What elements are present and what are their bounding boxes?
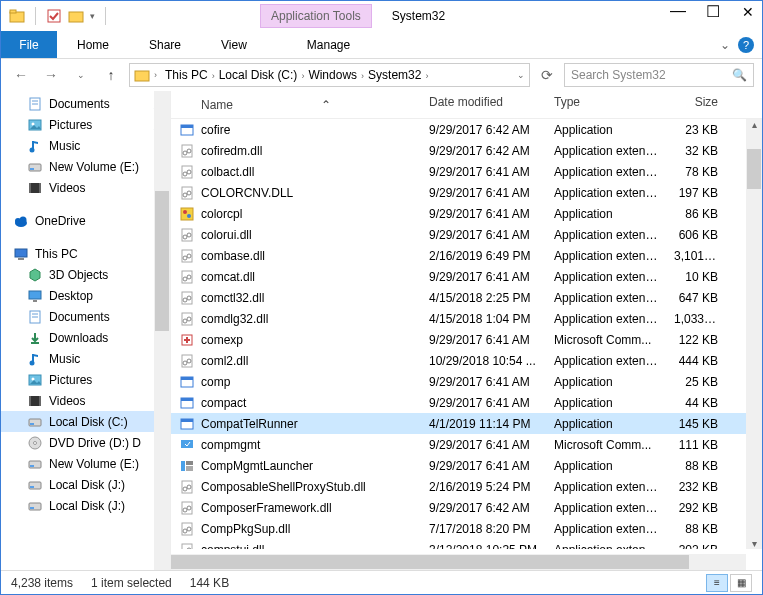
file-row[interactable]: colbact.dll9/29/2017 6:41 AMApplication …	[171, 161, 762, 182]
file-row[interactable]: comp9/29/2017 6:41 AMApplication25 KB	[171, 371, 762, 392]
tab-view[interactable]: View	[201, 38, 267, 52]
sidebar-item[interactable]: Downloads	[1, 327, 170, 348]
help-icon[interactable]: ?	[738, 37, 754, 53]
sidebar-item[interactable]: Local Disk (C:)	[1, 411, 170, 432]
file-row[interactable]: compact9/29/2017 6:41 AMApplication44 KB	[171, 392, 762, 413]
file-row[interactable]: combase.dll2/16/2019 6:49 PMApplication …	[171, 245, 762, 266]
scrollbar-thumb[interactable]	[171, 555, 689, 569]
tab-home[interactable]: Home	[57, 38, 129, 52]
file-icon	[179, 374, 195, 390]
file-row[interactable]: cofiredm.dll9/29/2017 6:42 AMApplication…	[171, 140, 762, 161]
sidebar-item[interactable]: Music	[1, 135, 170, 156]
address-dropdown-icon[interactable]: ⌄	[517, 70, 525, 80]
sidebar-item[interactable]: New Volume (E:)	[1, 453, 170, 474]
new-folder-icon[interactable]	[68, 8, 84, 24]
svg-rect-3	[69, 12, 83, 22]
file-name: comdlg32.dll	[201, 312, 268, 326]
sidebar-item[interactable]: New Volume (E:)	[1, 156, 170, 177]
sidebar-item[interactable]: Videos	[1, 390, 170, 411]
file-date: 10/29/2018 10:54 ...	[421, 350, 546, 372]
up-button[interactable]: ↑	[99, 63, 123, 87]
recent-button[interactable]: ⌄	[69, 63, 93, 87]
file-type: Application extens...	[546, 266, 666, 288]
scroll-down-icon[interactable]: ▾	[746, 538, 762, 549]
breadcrumb-segment[interactable]: System32	[364, 68, 425, 82]
column-name[interactable]: Name⌃	[171, 91, 421, 118]
disk-icon	[27, 498, 43, 514]
file-size: 88 KB	[666, 518, 726, 540]
sidebar-item[interactable]: Local Disk (J:)	[1, 495, 170, 516]
item-count: 4,238 items	[11, 576, 73, 590]
icons-view-button[interactable]: ▦	[730, 574, 752, 592]
file-row[interactable]: cofire9/29/2017 6:42 AMApplication23 KB	[171, 119, 762, 140]
file-row[interactable]: ComposableShellProxyStub.dll2/16/2019 5:…	[171, 476, 762, 497]
file-row[interactable]: colorcpl9/29/2017 6:41 AMApplication86 K…	[171, 203, 762, 224]
ribbon-chevron-icon[interactable]: ⌄	[720, 38, 730, 52]
close-button[interactable]	[742, 10, 754, 22]
file-row[interactable]: CompatTelRunner4/1/2019 11:14 PMApplicat…	[171, 413, 762, 434]
scrollbar-thumb[interactable]	[155, 191, 169, 331]
svg-rect-15	[39, 183, 41, 193]
sidebar-item[interactable]: 3D Objects	[1, 264, 170, 285]
sidebar-item[interactable]: Local Disk (J:)	[1, 474, 170, 495]
back-button[interactable]: ←	[9, 63, 33, 87]
sidebar-item[interactable]: Pictures	[1, 114, 170, 135]
file-row[interactable]: comcat.dll9/29/2017 6:41 AMApplication e…	[171, 266, 762, 287]
tab-manage[interactable]: Manage	[287, 38, 370, 52]
breadcrumb-segment[interactable]: This PC	[161, 68, 212, 82]
file-name: cofiredm.dll	[201, 144, 262, 158]
scrollbar-thumb[interactable]	[747, 149, 761, 189]
file-row[interactable]: CompPkgSup.dll7/17/2018 8:20 PMApplicati…	[171, 518, 762, 539]
sidebar-item[interactable]: Documents	[1, 306, 170, 327]
file-row[interactable]: colorui.dll9/29/2017 6:41 AMApplication …	[171, 224, 762, 245]
column-date[interactable]: Date modified	[421, 91, 546, 118]
tab-file[interactable]: File	[1, 31, 57, 58]
file-size: 606 KB	[666, 224, 726, 246]
sidebar-item[interactable]: DVD Drive (D:) D	[1, 432, 170, 453]
navpane-scrollbar[interactable]	[154, 91, 170, 570]
file-row[interactable]: comctl32.dll4/15/2018 2:25 PMApplication…	[171, 287, 762, 308]
folder-icon[interactable]	[9, 8, 25, 24]
search-input[interactable]: Search System32 🔍	[564, 63, 754, 87]
svg-rect-40	[30, 486, 34, 488]
refresh-button[interactable]: ⟳	[536, 63, 558, 87]
breadcrumb-segment[interactable]: Local Disk (C:)	[215, 68, 302, 82]
file-row[interactable]: comdlg32.dll4/15/2018 1:04 PMApplication…	[171, 308, 762, 329]
file-row[interactable]: COLORCNV.DLL9/29/2017 6:41 AMApplication…	[171, 182, 762, 203]
address-bar[interactable]: › This PC›Local Disk (C:)›Windows›System…	[129, 63, 530, 87]
details-view-button[interactable]: ≡	[706, 574, 728, 592]
sidebar-item-thispc[interactable]: This PC	[1, 243, 170, 264]
forward-button[interactable]: →	[39, 63, 63, 87]
file-row[interactable]: comexp9/29/2017 6:41 AMMicrosoft Comm...…	[171, 329, 762, 350]
file-type: Application	[546, 413, 666, 435]
file-date: 9/29/2017 6:41 AM	[421, 203, 546, 225]
chevron-right-icon[interactable]: ›	[425, 71, 428, 81]
chevron-right-icon[interactable]: ›	[154, 70, 157, 80]
file-icon	[179, 416, 195, 432]
filelist-vscrollbar[interactable]: ▴ ▾	[746, 119, 762, 549]
file-row[interactable]: ComposerFramework.dll9/29/2017 6:42 AMAp…	[171, 497, 762, 518]
sidebar-item[interactable]: Music	[1, 348, 170, 369]
minimize-button[interactable]	[670, 10, 682, 22]
properties-icon[interactable]	[46, 8, 62, 24]
scroll-up-icon[interactable]: ▴	[746, 119, 762, 130]
sidebar-item[interactable]: Documents	[1, 93, 170, 114]
breadcrumb-segment[interactable]: Windows	[304, 68, 361, 82]
sidebar-item[interactable]: Videos	[1, 177, 170, 198]
file-row[interactable]: compstui.dll3/12/2018 10:35 PMApplicatio…	[171, 539, 762, 549]
file-row[interactable]: coml2.dll10/29/2018 10:54 ...Application…	[171, 350, 762, 371]
sidebar-item[interactable]: Pictures	[1, 369, 170, 390]
file-row[interactable]: compmgmt9/29/2017 6:41 AMMicrosoft Comm.…	[171, 434, 762, 455]
sidebar-item[interactable]: Desktop	[1, 285, 170, 306]
sidebar-item-onedrive[interactable]: OneDrive	[1, 210, 170, 231]
maximize-button[interactable]	[706, 10, 718, 22]
sidebar-item-label: Music	[49, 139, 80, 153]
file-type: Application extens...	[546, 224, 666, 246]
qat-dropdown-icon[interactable]: ▾	[90, 11, 95, 21]
column-type[interactable]: Type	[546, 91, 666, 118]
sidebar-item-label: Local Disk (J:)	[49, 478, 125, 492]
file-row[interactable]: CompMgmtLauncher9/29/2017 6:41 AMApplica…	[171, 455, 762, 476]
filelist-hscrollbar[interactable]	[171, 554, 746, 570]
column-size[interactable]: Size	[666, 91, 726, 118]
tab-share[interactable]: Share	[129, 38, 201, 52]
